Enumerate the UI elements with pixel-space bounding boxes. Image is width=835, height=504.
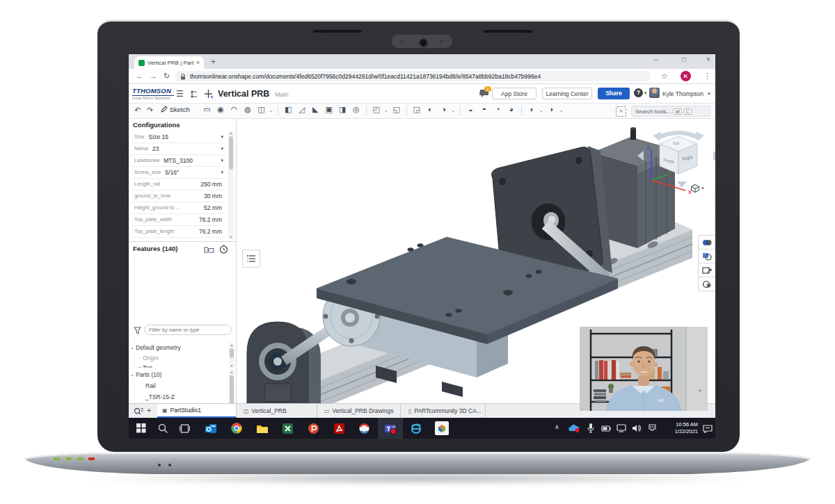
browser-menu-icon[interactable]: ⋮ — [703, 72, 711, 81]
search-tools-box[interactable]: Search tools... alt C — [631, 106, 710, 117]
taskbar-clock[interactable]: 10:56 AM 1/22/2021 — [659, 421, 698, 435]
part-item-tsr[interactable]: _TSR-15-Z — [129, 392, 244, 402]
config-scrollbar[interactable]: ▲ ▼ — [228, 131, 234, 239]
powerpoint-icon[interactable] — [306, 421, 320, 435]
scroll-up-icon[interactable]: ▲ — [229, 343, 234, 347]
learning-center-button[interactable]: Learning Center — [542, 88, 592, 99]
group-parts[interactable]: ⌄ Parts (10) — [129, 370, 228, 380]
user-name[interactable]: Kyle Thompson — [662, 90, 703, 97]
loft-icon[interactable]: ◍ — [242, 105, 254, 114]
onedrive-tray-icon[interactable] — [567, 421, 581, 435]
mirror-icon[interactable]: ◱ — [390, 105, 402, 114]
display-tray-icon[interactable] — [614, 421, 628, 435]
pattern-caret-icon[interactable]: ⌄ — [384, 108, 389, 113]
sketch-button[interactable]: Sketch — [161, 106, 190, 113]
browser-tab[interactable]: Vertical PRB | PartStudio1 × — [134, 56, 204, 69]
tab-partcommunity[interactable]: ▯ PARTcommunity 3D CA... — [404, 404, 486, 418]
sheet-metal-icon[interactable]: ◗ — [546, 105, 557, 113]
forward-icon[interactable]: → — [150, 72, 157, 80]
file-explorer-icon[interactable] — [255, 421, 269, 435]
chrome-icon[interactable] — [230, 421, 244, 435]
dropdown-caret-icon[interactable]: ▾ — [221, 158, 223, 163]
modify-caret-icon[interactable]: ⌄ — [452, 108, 456, 113]
presenter-video-overlay[interactable] — [580, 327, 708, 411]
chamfer-icon[interactable]: ◿ — [296, 105, 308, 114]
cad-viewer-icon[interactable] — [435, 421, 449, 435]
outlook-icon[interactable] — [204, 421, 218, 435]
hole-icon[interactable]: ◎ — [350, 105, 362, 114]
config-row-ground-to-hole[interactable]: ground_to_hole 30 mm — [132, 190, 225, 202]
user-menu-caret-icon[interactable]: ▾ — [708, 91, 710, 97]
new-tab-button[interactable]: + — [211, 57, 216, 67]
battery-tray-icon[interactable] — [599, 421, 613, 435]
dropdown-caret-icon[interactable]: ▾ — [221, 170, 223, 175]
linear-pattern-icon[interactable]: ◰ — [370, 105, 382, 114]
feature-filter-input[interactable] — [145, 325, 231, 334]
scroll-up-icon[interactable]: ▲ — [229, 370, 234, 374]
feature-item-top-clipped[interactable]: ▱ Top — [129, 363, 228, 368]
geometry-scrollbar[interactable]: ▲ ▼ — [229, 343, 234, 368]
part-item-rail[interactable]: Rail — [129, 381, 244, 391]
help-button[interactable]: ? — [634, 88, 643, 97]
start-button[interactable] — [134, 421, 148, 435]
revolve-icon[interactable]: ◉ — [215, 105, 227, 114]
config-row-top-plate-width[interactable]: Top_plate_width 76.2 mm — [132, 213, 225, 226]
rotate-right-arrow-icon[interactable] — [696, 131, 704, 141]
excel-icon[interactable] — [280, 421, 294, 435]
back-icon[interactable]: ← — [136, 72, 143, 80]
acrobat-icon[interactable] — [332, 421, 346, 435]
tab-vertical-prb[interactable]: ◫ Vertical_PRB — [239, 404, 317, 418]
versions-history-icon[interactable] — [190, 90, 199, 99]
delete-face-icon[interactable]: ◒ — [465, 105, 477, 113]
named-views-tool-button[interactable] — [698, 263, 715, 277]
fillet-icon[interactable]: ◧ — [283, 105, 294, 114]
scroll-up-icon[interactable]: ▲ — [228, 131, 234, 135]
ethernet-tray-icon[interactable] — [645, 421, 659, 435]
sheet-caret-icon[interactable]: ⌄ — [559, 108, 564, 113]
window-minimize-button[interactable]: – — [654, 56, 658, 63]
tray-expand-icon[interactable]: ∧ — [555, 423, 559, 430]
comments-icon[interactable]: 1 — [479, 89, 489, 97]
internet-explorer-icon[interactable] — [409, 421, 423, 435]
config-row-top-plate-length[interactable]: Top_plate_length 76.2 mm — [132, 225, 225, 238]
tab-vertical-prb-drawings[interactable]: ▭ Vertical_PRB Drawings — [319, 404, 401, 418]
share-button[interactable]: Share — [598, 88, 630, 99]
redo-icon[interactable]: ↷ — [147, 106, 153, 115]
appearance-tool-button[interactable] — [698, 235, 715, 250]
refresh-icon[interactable]: ↻ — [164, 72, 170, 81]
tab-manager-icon[interactable] — [134, 407, 144, 416]
browser-profile-avatar[interactable]: K — [681, 71, 691, 81]
taskbar-search-icon[interactable] — [156, 421, 170, 435]
split-icon[interactable]: ◐ — [424, 105, 436, 113]
move-face-icon[interactable]: ◓ — [478, 105, 490, 113]
plane-caret-icon[interactable]: ⌄ — [539, 108, 544, 113]
chevron-down-icon[interactable]: ⌄ — [129, 372, 136, 377]
config-row-size[interactable]: Size Size 15 ▾ — [132, 131, 225, 143]
feature-list-toggle-button[interactable] — [242, 250, 260, 268]
view-menu-button[interactable]: ▾ — [690, 184, 704, 193]
transform-icon[interactable]: ◕ — [505, 105, 517, 113]
tab-close-icon[interactable]: × — [196, 59, 200, 66]
rotate-left-arrow-icon[interactable] — [653, 131, 661, 141]
app-store-button[interactable]: App Store — [492, 88, 536, 99]
help-caret-icon[interactable]: ▾ — [644, 90, 647, 96]
folder-icon[interactable] — [204, 245, 214, 253]
thicken-icon[interactable]: ◫ — [255, 105, 267, 114]
isolate-tool-button[interactable] — [698, 277, 715, 291]
config-row-length-rail[interactable]: Length_rail 250 mm — [132, 178, 225, 190]
primary-elements-icon[interactable] — [204, 89, 213, 99]
dropdown-caret-icon[interactable]: ▾ — [221, 134, 223, 140]
extrude-icon[interactable]: ▭ — [201, 105, 213, 114]
scroll-down-icon[interactable]: ▼ — [229, 364, 234, 368]
boolean-icon[interactable]: ◲ — [411, 105, 422, 114]
pan-right-icon[interactable] — [713, 151, 715, 161]
config-row-leadscrew[interactable]: Leadscrew MTS_3100 ▾ — [132, 154, 225, 167]
scrollbar-thumb[interactable] — [229, 136, 233, 170]
new-element-button[interactable]: + — [147, 406, 151, 414]
window-close-button[interactable]: × — [706, 56, 710, 63]
bookmark-star-icon[interactable]: ☆ — [661, 72, 668, 81]
pan-down-icon[interactable] — [677, 181, 687, 188]
chevron-down-icon[interactable]: ⌄ — [129, 345, 136, 350]
dropdown-caret-icon[interactable]: ▾ — [221, 146, 223, 152]
modify-fillet-icon[interactable]: ◑ — [438, 105, 450, 113]
